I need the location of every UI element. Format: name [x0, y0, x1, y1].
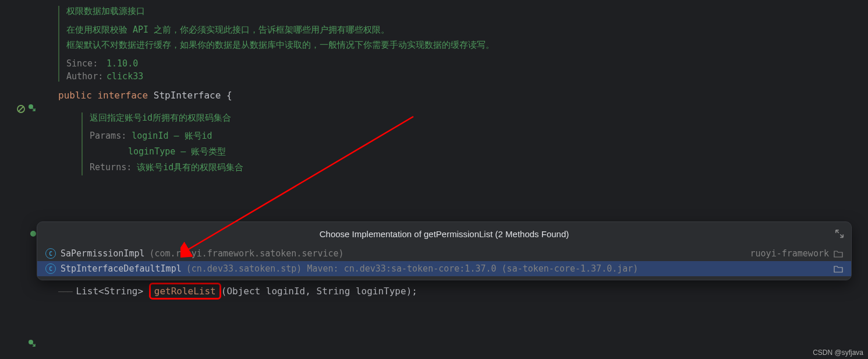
javadoc-class: 权限数据加载源接口 在使用权限校验 API 之前，你必须实现此接口，告诉框架哪些… [58, 6, 868, 82]
javadoc-line: 在使用权限校验 API 之前，你必须实现此接口，告诉框架哪些用户拥有哪些权限。 [66, 23, 868, 38]
folder-icon [834, 249, 843, 258]
svg-point-2 [29, 104, 33, 109]
implementation-class: SaPermissionImpl [61, 248, 145, 259]
interface-declaration: public interface StpInterface { [58, 90, 868, 101]
override-down-icon[interactable] [28, 339, 36, 350]
popup-expand-icon[interactable] [834, 228, 845, 240]
code-editor[interactable]: 权限数据加载源接口 在使用权限校验 API 之前，你必须实现此接口，告诉框架哪些… [41, 0, 868, 359]
javadoc-author-label: Author: [66, 71, 101, 82]
javadoc-title: 权限数据加载源接口 [66, 6, 868, 17]
javadoc-method-perm: 返回指定账号id所拥有的权限码集合 Params: loginId – 账号id… [82, 112, 868, 175]
gutter-marker-icon[interactable] [30, 231, 36, 237]
implementation-package: (com.ruoyi.framework.satoken.service) [150, 248, 344, 259]
class-icon: C [45, 263, 56, 274]
fold-indicator: ——— [58, 286, 76, 297]
javadoc-line: 框架默认不对数据进行缓存，如果你的数据是从数据库中读取的，一般情况下你需要手动实… [66, 38, 868, 53]
implementation-row[interactable]: C SaPermissionImpl (com.ruoyi.framework.… [37, 246, 851, 261]
class-icon: C [45, 248, 56, 259]
javadoc-since: 1.10.0 [107, 58, 138, 69]
implementation-row[interactable]: C StpInterfaceDefaultImpl (cn.dev33.sato… [37, 261, 851, 276]
watermark: CSDN @syfjava [813, 349, 863, 357]
method-getRoleList: ——— List<String> getRoleList(Object logi… [58, 283, 868, 300]
choose-implementation-popup[interactable]: Choose Implementation of getPermissionLi… [37, 221, 852, 280]
implementation-package: (cn.dev33.satoken.stp) Maven: cn.dev33:s… [186, 263, 639, 274]
svg-point-3 [29, 340, 33, 344]
gutter [0, 0, 41, 359]
override-down-icon[interactable] [28, 104, 36, 114]
popup-title: Choose Implementation of getPermissionLi… [37, 222, 851, 246]
highlighted-method-name: getRoleList [149, 283, 221, 300]
no-entry-icon [16, 104, 26, 114]
implementation-module: ruoyi-framework [750, 248, 829, 259]
implementation-class: StpInterfaceDefaultImpl [61, 263, 182, 274]
javadoc-author: click33 [107, 71, 143, 82]
javadoc-since-label: Since: [66, 58, 101, 69]
folder-icon [834, 265, 843, 273]
svg-line-1 [19, 107, 23, 111]
